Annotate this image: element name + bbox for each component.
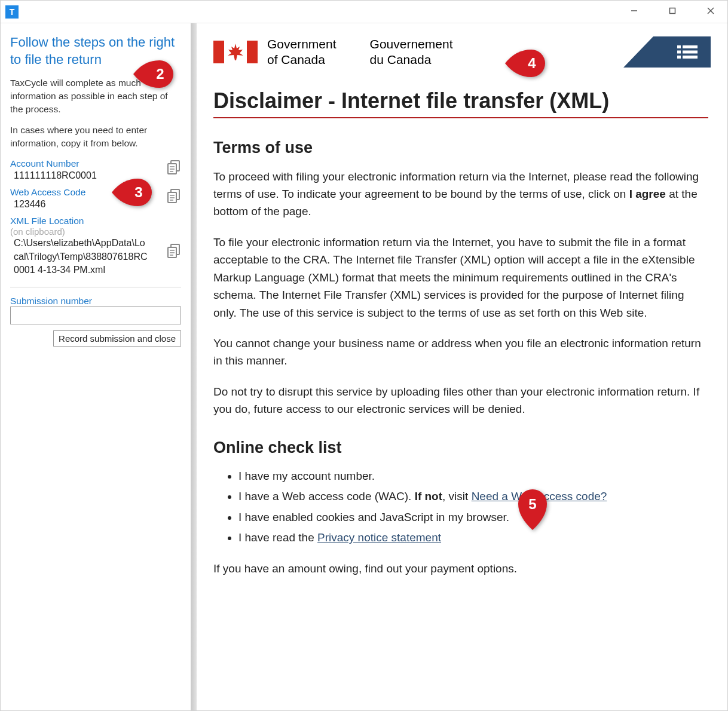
minimize-button[interactable]: [622, 7, 646, 16]
svg-rect-22: [683, 51, 698, 54]
sidebar-divider: [10, 287, 181, 287]
submission-number-input[interactable]: [10, 307, 181, 324]
check-item-1: I have my account number.: [238, 468, 708, 485]
page-title: Disclaimer - Internet file transfer (XML…: [213, 88, 708, 114]
svg-rect-24: [683, 56, 698, 59]
privacy-link[interactable]: Privacy notice statement: [317, 531, 441, 544]
check-item-2: I have a Web access code (WAC). If not, …: [238, 488, 708, 505]
xml-location-label: XML File Location: [10, 216, 181, 226]
sidebar-p1: TaxCycle will complete as much informati…: [10, 76, 181, 115]
page-content[interactable]: Governmentof Canada Gouvernementdu Canad…: [197, 23, 727, 710]
xml-location-value: C:\Users\elizabeth\AppData\Local\Trilogy…: [10, 237, 148, 277]
terms-heading: Terms of use: [213, 139, 708, 157]
gov-text-fr: Gouvernementdu Canada: [370, 36, 453, 68]
copy-account-icon[interactable]: [167, 160, 181, 175]
app-icon: T: [5, 5, 19, 19]
account-number-value: 111111118RC0001: [10, 169, 181, 182]
svg-rect-1: [670, 8, 675, 14]
sidebar-p2: In cases where you need to enter informa…: [10, 124, 181, 149]
terms-p2: To file your electronic information retu…: [213, 234, 708, 321]
pane-divider[interactable]: [191, 23, 197, 710]
checklist: I have my account number. I have a Web a…: [213, 468, 708, 547]
terms-p4: Do not try to disrupt this service by up…: [213, 383, 708, 418]
maximize-button[interactable]: [660, 7, 684, 16]
sidebar-heading: Follow the steps on the right to file th…: [10, 34, 181, 68]
window-titlebar: T: [1, 1, 727, 23]
payment-note: If you have an amount owing, find out yo…: [213, 560, 708, 577]
xml-hint: (on clipboard): [10, 226, 181, 237]
account-number-label: Account Number: [10, 158, 181, 169]
gov-text-en: Governmentof Canada: [267, 36, 337, 68]
check-item-4: I have read the Privacy notice statement: [238, 529, 708, 547]
submission-number-label: Submission number: [10, 296, 181, 307]
copy-wac-icon[interactable]: [167, 188, 181, 204]
wac-link[interactable]: Need a Web access code?: [472, 490, 607, 502]
copy-xml-icon[interactable]: [167, 243, 181, 259]
hamburger-icon: [677, 44, 698, 60]
record-submission-button[interactable]: Record submission and close: [53, 330, 181, 347]
close-button[interactable]: [699, 7, 723, 16]
svg-rect-23: [677, 56, 681, 59]
window-controls: [622, 7, 723, 16]
embedded-browser: Governmentof Canada Gouvernementdu Canad…: [197, 23, 727, 710]
terms-p1: To proceed with filing your electronic i…: [213, 168, 708, 220]
canada-flag-icon: [213, 41, 258, 63]
svg-rect-19: [677, 45, 681, 48]
wac-value: 123446: [10, 198, 181, 211]
checklist-heading: Online check list: [213, 439, 708, 457]
title-underline: [213, 117, 708, 118]
svg-rect-20: [683, 45, 698, 48]
terms-p3: You cannot change your business name or …: [213, 335, 708, 370]
svg-rect-21: [677, 51, 681, 54]
instruction-sidebar: Follow the steps on the right to file th…: [1, 23, 191, 710]
check-item-3: I have enabled cookies and JavaScript in…: [238, 509, 708, 526]
wac-label: Web Access Code: [10, 187, 181, 198]
